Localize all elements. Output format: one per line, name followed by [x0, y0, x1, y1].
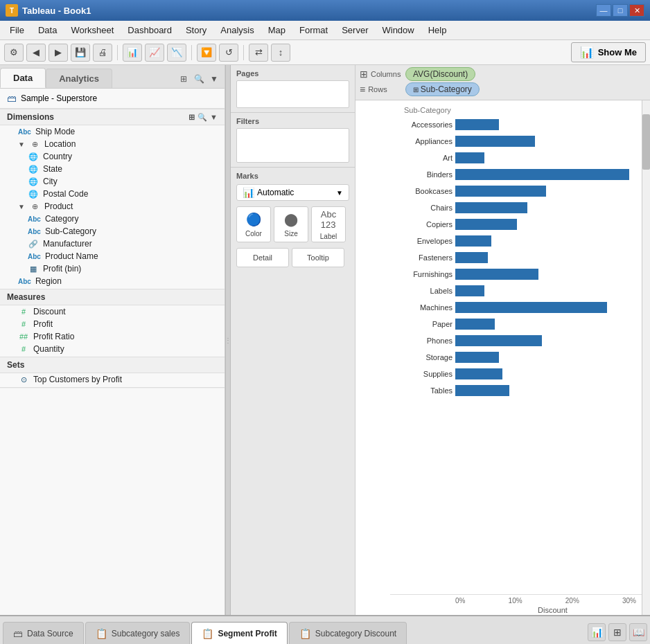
bar-fill[interactable]: [455, 269, 538, 280]
sets-header: Sets: [0, 357, 225, 373]
marks-label-btn[interactable]: Abc123 Label: [311, 206, 346, 242]
bar-fill[interactable]: [455, 385, 509, 396]
field-top-customers[interactable]: ⊙ Top Customers by Profit: [0, 373, 225, 386]
marks-tooltip-btn[interactable]: Tooltip: [292, 248, 344, 267]
new-sheet-button[interactable]: 📊: [588, 623, 606, 641]
menu-worksheet[interactable]: Worksheet: [64, 22, 121, 38]
field-subcategory[interactable]: Abc Sub-Category: [0, 225, 225, 238]
field-discount[interactable]: # Discount: [0, 305, 225, 318]
bar-label: Labels: [390, 287, 453, 295]
field-ship-mode[interactable]: Abc Ship Mode: [0, 125, 225, 138]
bar-fill[interactable]: [455, 352, 499, 363]
datasource-row[interactable]: 🗃 Sample - Superstore: [0, 89, 225, 109]
menu-analysis[interactable]: Analysis: [213, 22, 261, 38]
field-product-name[interactable]: Abc Product Name: [0, 250, 225, 262]
bar-fill[interactable]: [455, 186, 546, 197]
bar-fill[interactable]: [455, 119, 499, 130]
bar-fill[interactable]: [455, 136, 535, 147]
toolbar-chart-button[interactable]: 📊: [123, 44, 142, 62]
field-profit-ratio[interactable]: ## Profit Ratio: [0, 330, 225, 343]
bar-fill[interactable]: [455, 335, 542, 346]
field-category[interactable]: Abc Category: [0, 213, 225, 225]
marks-size-label: Size: [284, 230, 297, 238]
bar-row: Paper: [390, 316, 636, 332]
menu-data[interactable]: Data: [31, 22, 64, 38]
bar-fill[interactable]: [455, 235, 491, 247]
hash-icon: #: [18, 307, 29, 316]
new-dashboard-button[interactable]: ⊞: [608, 623, 626, 641]
menu-map[interactable]: Map: [261, 22, 292, 38]
toolbar-back-button[interactable]: ◀: [26, 44, 46, 62]
menu-file[interactable]: File: [3, 22, 31, 38]
field-label: City: [43, 177, 58, 186]
menu-server[interactable]: Server: [335, 22, 375, 38]
chart-scrollbar[interactable]: [642, 100, 650, 615]
resize-handle[interactable]: ⋮: [225, 65, 231, 615]
tab-data-source[interactable]: 🗃 Data Source: [3, 622, 84, 644]
tab-data[interactable]: Data: [0, 68, 46, 88]
columns-pill[interactable]: AVG(Discount): [405, 67, 475, 81]
menu-story[interactable]: Story: [179, 22, 213, 38]
field-manufacturer[interactable]: 🔗 Manufacturer: [0, 238, 225, 250]
toolbar-swap-button[interactable]: ⇄: [249, 44, 268, 62]
set-icon: ⊙: [18, 375, 29, 384]
bar-fill[interactable]: [455, 368, 502, 379]
field-country[interactable]: 🌐 Country: [0, 150, 225, 163]
minimize-button[interactable]: —: [596, 4, 611, 17]
toolbar-chart3-button[interactable]: 📉: [167, 44, 186, 62]
toolbar-chart2-button[interactable]: 📈: [145, 44, 164, 62]
marks-type-select[interactable]: 📊 Automatic ▼: [236, 184, 349, 201]
field-city[interactable]: 🌐 City: [0, 175, 225, 188]
bar-fill[interactable]: [455, 152, 484, 163]
menu-dashboard[interactable]: Dashboard: [121, 22, 179, 38]
tab-segment-profit[interactable]: 📋 Segment Profit: [191, 622, 287, 644]
menu-window[interactable]: Window: [375, 22, 421, 38]
panel-grid-icon[interactable]: ⊞: [177, 73, 190, 85]
field-region[interactable]: Abc Region: [0, 275, 225, 287]
tab-subcategory-sales[interactable]: 📋 Subcategory sales: [85, 622, 191, 644]
bar-fill[interactable]: [455, 219, 517, 230]
field-profit-bin[interactable]: ▦ Profit (bin): [0, 262, 225, 275]
toolbar-sort-button[interactable]: ↕: [271, 44, 290, 62]
maximize-button[interactable]: □: [613, 4, 628, 17]
bar-fill[interactable]: [455, 169, 629, 180]
toolbar-print-button[interactable]: 🖨: [93, 44, 112, 62]
field-product[interactable]: ▼ ⊕ Product: [0, 200, 225, 213]
panel-search-icon[interactable]: 🔍: [193, 73, 205, 85]
menu-format[interactable]: Format: [292, 22, 335, 38]
rows-pill[interactable]: ⊞ Sub-Category: [405, 82, 480, 96]
toolbar-forward-button[interactable]: ▶: [49, 44, 68, 62]
new-story-button[interactable]: 📖: [629, 623, 647, 641]
field-profit[interactable]: # Profit: [0, 318, 225, 330]
size-circle-icon: ⬤: [284, 212, 298, 227]
toolbar-refresh-button[interactable]: ↺: [219, 44, 238, 62]
tab-analytics[interactable]: Analytics: [46, 69, 112, 88]
bar-fill[interactable]: [455, 252, 488, 263]
x-tick-0: 0%: [455, 597, 465, 605]
chart-scrollbar-thumb[interactable]: [642, 114, 650, 170]
close-button[interactable]: ✕: [629, 4, 644, 17]
dimensions-search-icon[interactable]: 🔍: [197, 113, 207, 122]
show-me-button[interactable]: 📊 Show Me: [571, 42, 646, 62]
panel-menu-icon[interactable]: ▼: [208, 73, 220, 85]
dimensions-grid-icon[interactable]: ⊞: [188, 113, 195, 122]
bar-fill[interactable]: [455, 285, 484, 296]
bar-fill[interactable]: [455, 319, 495, 330]
toolbar-save-button[interactable]: 💾: [71, 44, 90, 62]
marks-detail-btn[interactable]: Detail: [236, 248, 289, 267]
field-postal-code[interactable]: 🌐 Postal Code: [0, 188, 225, 200]
menu-help[interactable]: Help: [421, 22, 454, 38]
window-controls[interactable]: — □ ✕: [596, 4, 644, 17]
bar-fill[interactable]: [455, 202, 527, 213]
marks-color-btn[interactable]: 🔵 Color: [236, 206, 271, 242]
bar-fill[interactable]: [455, 302, 607, 313]
dimensions-menu-icon[interactable]: ▼: [210, 113, 218, 122]
toolbar-filter-button[interactable]: 🔽: [197, 44, 216, 62]
field-state[interactable]: 🌐 State: [0, 163, 225, 175]
field-quantity[interactable]: # Quantity: [0, 343, 225, 355]
tab-subcategory-discount[interactable]: 📋 Subcategory Discount: [289, 622, 407, 644]
toolbar-new-button[interactable]: ⚙: [4, 44, 24, 62]
chart-x-axis: 0% 10% 20% 30%: [390, 594, 650, 605]
marks-size-btn[interactable]: ⬤ Size: [274, 206, 308, 242]
field-location[interactable]: ▼ ⊕ Location: [0, 138, 225, 150]
